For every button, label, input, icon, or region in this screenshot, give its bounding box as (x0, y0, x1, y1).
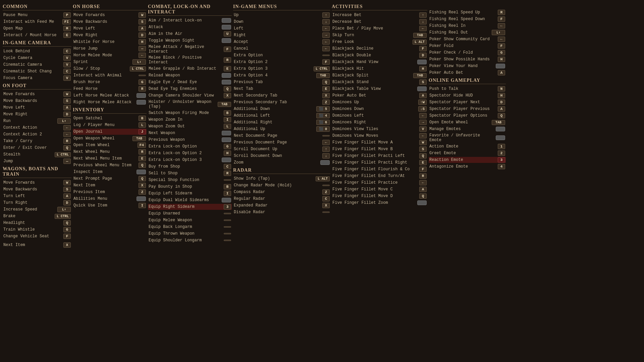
list-item: Cinematic Camera V (3, 62, 71, 68)
list-item: Blackjack Double D (332, 52, 427, 58)
list-item: Pay Bounty in Shop B (148, 184, 232, 190)
list-item: Run L⬆ (3, 118, 71, 124)
list-item: Switch Weapon Firing Mode B (148, 110, 232, 116)
list-item: Poker Auto Bet A (429, 70, 506, 76)
list-item: Expanded Radar X (233, 202, 330, 208)
list-item: Melee Grapple / Rob Interact E (148, 66, 232, 72)
list-item: Weapon Zoom Out L (148, 123, 232, 129)
list-item: Push to Talk N (429, 86, 506, 92)
list-item: Right → (233, 32, 330, 38)
list-item: Previous Secondary Tab Z (233, 99, 330, 105)
list-item: Increase Speed L⬆ (3, 206, 71, 213)
combat-header: Combat, Lock-On and Interact (148, 3, 232, 16)
list-item: Next Tab E (233, 86, 330, 92)
list-item: Move Right D (3, 111, 71, 117)
list-item: Move Left A (3, 105, 71, 111)
list-item: Train Whistle G (3, 227, 71, 233)
list-item: Reaction Emote 3 (429, 157, 506, 163)
list-item: Stealth L CTRL (3, 152, 71, 158)
list-item: Previous Document Page ← (233, 139, 330, 145)
list-item: Five Finger Fillet Zoom (332, 200, 427, 206)
list-item: Compass Radar Z (233, 189, 330, 195)
list-item: Five Finger Fillet Move B S (332, 146, 427, 152)
list-item: Open Weapon Wheel TAB (73, 135, 147, 141)
list-item: Five Finger Fillet End Turn/At R (332, 173, 427, 179)
list-item: Interact with Animal (73, 72, 147, 78)
list-item: Poker Fold F (429, 43, 506, 49)
list-item: Equip Back Longarm (148, 224, 232, 230)
list-item: Brush Horse G (73, 79, 147, 85)
list-item: Next Prompt Page Q (73, 176, 147, 182)
list-item: Melee Block / Positive Interact R (148, 55, 232, 65)
list-item: Turn Right D (3, 200, 71, 206)
list-item: Right Horse Melee Attack (73, 99, 147, 105)
list-item: Dead Eye Tag Enemies Q (148, 86, 232, 92)
list-item: Previous Wheel Menu Item Q (73, 162, 147, 168)
list-item: Equip Thrown Weapon (148, 231, 232, 237)
list-item: Move Backwards S (3, 98, 71, 104)
list-item: Blackjack Hand View (332, 59, 427, 65)
list-item: Next Secondary Tab X (233, 93, 330, 99)
list-item: Special Shop Function (148, 177, 232, 183)
list-item: Headlight Q (3, 220, 71, 226)
list-item: Cinematic Shot Chang C (3, 68, 71, 74)
list-item: Five Finger Fillet Practice ← (332, 180, 427, 186)
online-gameplay-header: Online Gameplay (429, 76, 506, 84)
list-item: Pause Menu P (3, 12, 71, 18)
list-item: Dominoes Up ↑W (332, 99, 427, 105)
list-item: Next Item X (73, 182, 147, 188)
list-item: Buy from Shop C (148, 164, 232, 170)
list-item: Blackjack Hit H (332, 66, 427, 72)
list-item: Aim / Interact Lock-on (148, 17, 232, 23)
list-item: Action Emote 1 (429, 143, 506, 149)
list-item: Blackjack Decline F (332, 46, 427, 52)
list-item: Regular Radar C (233, 196, 330, 202)
list-item: Focus Camera V (3, 75, 71, 81)
list-item: Poker Show Possible Hands H (429, 56, 506, 62)
in-game-menus-header: In-Game Menus (233, 3, 330, 10)
list-item: Spectator Player Next D (429, 99, 506, 105)
list-item: Context Action 2 ← (3, 131, 71, 137)
list-item: Extra Lock-on Option 2 H (148, 150, 232, 156)
list-item: Context Action ← (3, 125, 71, 131)
list-item: Previous Item Z (73, 189, 147, 195)
list-item: Change Vehicle Seat F (3, 233, 71, 239)
list-item: Extra Lock-on Option G (148, 143, 232, 149)
list-item: Brake L CTRL (3, 213, 71, 219)
column-3: Combat, Lock-On and Interact Aim / Inter… (148, 3, 232, 359)
list-item: Skip Turn TAB (332, 32, 427, 38)
list-item: Blackjack Split TAB (332, 72, 427, 78)
list-item: Next Wheel Menu Item E (73, 156, 147, 162)
list-item: Extra Option 4 TAB (233, 72, 330, 78)
list-item: Previous Weapon (148, 137, 232, 143)
common-header: Common (3, 3, 71, 10)
inventory-header: Inventory (73, 106, 147, 114)
column-5: Activities Increase Bet ↑ Decrease Bet ↓… (332, 3, 427, 359)
list-item: Abilities Menu (73, 196, 147, 202)
list-item: Next Document Page (233, 133, 330, 139)
list-item: Five Finger Fillet Practi Right E (332, 160, 427, 166)
list-item: Attack (148, 24, 232, 30)
list-item: Equip Unarmed (148, 210, 232, 217)
list-item: Cancel ← (233, 46, 330, 52)
column-1: Common Pause Menu P Interact with Feed M… (3, 3, 71, 359)
list-item: Change Camera Shoulder View X (148, 93, 232, 99)
list-item: Spectator Hide HUD H (429, 93, 506, 99)
list-item: Scroll Document Up ↑ (233, 146, 330, 152)
list-item: Jump — (3, 158, 71, 164)
list-item: Fishing Reel In ← (429, 23, 506, 29)
list-item: Cycle Camera V (3, 55, 71, 61)
list-item: Increase Bet ↑ (332, 12, 427, 18)
list-item: Five Finger Fillet Move D Q (332, 193, 427, 199)
list-item: Extra Lock-on Option 3 (148, 157, 232, 163)
list-item: Sell to Shop R (148, 170, 232, 176)
list-item: Open Journal J (73, 129, 147, 135)
list-item: Poker Auto Bet A (332, 93, 427, 99)
list-item: Reload Weapon (148, 72, 232, 78)
on-horse-header: On Horse (73, 3, 147, 10)
list-item: Equip Melee Weapon (148, 217, 232, 223)
list-item: Fishing Reel Out L⬆ (429, 29, 506, 36)
list-item: Open Satchel B (73, 115, 147, 121)
list-item: Move Right D (73, 32, 147, 38)
radar-header: Radar (233, 166, 330, 174)
